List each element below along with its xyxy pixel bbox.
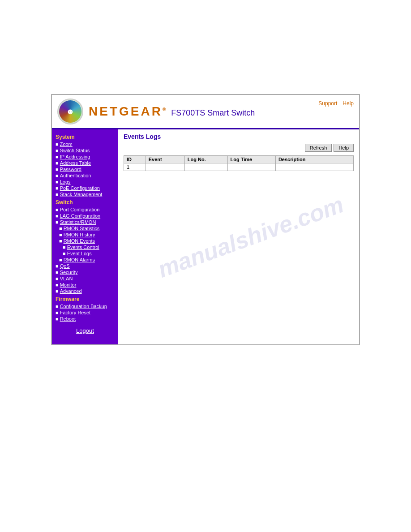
sidebar-item-reboot[interactable]: ■ Reboot xyxy=(52,316,118,322)
sidebar-item-zoom[interactable]: ■ Zoom xyxy=(52,141,118,147)
watermark: manualshive.com xyxy=(154,191,347,283)
sidebar-link-logs[interactable]: Logs xyxy=(60,179,71,184)
bullet-events-control: ■ xyxy=(63,245,66,250)
netgear-brand: NETGEAR® xyxy=(89,104,167,119)
help-link[interactable]: Help xyxy=(342,100,354,107)
sidebar-item-events-control[interactable]: ■ Events Control xyxy=(52,244,118,250)
sidebar-link-port-config[interactable]: Port Configuration xyxy=(60,207,100,212)
logo-figure: ☻ xyxy=(66,107,75,116)
bullet-reboot: ■ xyxy=(56,316,59,322)
cell-event xyxy=(146,163,184,171)
sidebar-item-password[interactable]: ■ Password xyxy=(52,166,118,172)
bullet-port-config: ■ xyxy=(56,207,59,212)
sidebar-item-rmon-events[interactable]: ■ RMON Events xyxy=(52,238,118,244)
bullet-event-logs: ■ xyxy=(63,251,66,256)
bullet-logs: ■ xyxy=(56,179,59,184)
sidebar-item-vlan[interactable]: ■ VLAN xyxy=(52,275,118,282)
sidebar-item-switch-status[interactable]: ■ Switch Status xyxy=(52,147,118,154)
logo: ☻ xyxy=(57,99,83,124)
col-log-time: Log Time xyxy=(227,156,275,163)
sidebar-link-password[interactable]: Password xyxy=(60,167,81,172)
header-left: ☻ NETGEAR® FS700TS Smart Switch xyxy=(57,99,255,124)
support-link[interactable]: Support xyxy=(318,100,337,107)
sidebar: System ■ Zoom ■ Switch Status ■ IP Addre… xyxy=(52,129,118,344)
sidebar-item-rmon-stats[interactable]: ■ RMON Statistics xyxy=(52,225,118,232)
bullet-rmon-history: ■ xyxy=(59,232,62,237)
help-button[interactable]: Help xyxy=(334,144,354,152)
sidebar-link-reboot[interactable]: Reboot xyxy=(60,316,76,322)
system-section-title: System xyxy=(52,132,118,141)
sidebar-item-monitor[interactable]: ■ Monitor xyxy=(52,282,118,288)
sidebar-link-zoom[interactable]: Zoom xyxy=(60,142,73,147)
col-event: Event xyxy=(146,156,184,163)
sidebar-item-rmon-alarms[interactable]: ■ RMON Alarms xyxy=(52,257,118,263)
sidebar-link-monitor[interactable]: Monitor xyxy=(60,282,77,287)
bullet-rmon-alarms: ■ xyxy=(59,257,62,262)
sidebar-item-authentication[interactable]: ■ Authentication xyxy=(52,172,118,179)
firmware-section-title: Firmware xyxy=(52,294,118,303)
sidebar-link-rmon-history[interactable]: RMON History xyxy=(64,232,95,237)
sidebar-item-stack-mgmt[interactable]: ■ Stack Management xyxy=(52,191,118,197)
bullet-ip-addressing: ■ xyxy=(56,154,59,159)
sidebar-item-factory-reset[interactable]: ■ Factory Reset xyxy=(52,309,118,316)
main-content: manualshive.com Events Logs Refresh Help… xyxy=(118,129,359,344)
sidebar-item-poe-config[interactable]: ■ PoE Configuration xyxy=(52,185,118,191)
sidebar-link-qos[interactable]: QoS xyxy=(60,263,70,269)
cell-id: 1 xyxy=(124,163,146,171)
sidebar-link-event-logs[interactable]: Event Logs xyxy=(67,251,92,256)
sidebar-link-authentication[interactable]: Authentication xyxy=(60,173,91,178)
bullet-factory-reset: ■ xyxy=(56,310,59,315)
bullet-config-backup: ■ xyxy=(56,304,59,309)
sidebar-link-factory-reset[interactable]: Factory Reset xyxy=(60,310,90,315)
cell-description xyxy=(275,163,353,171)
bullet-address-table: ■ xyxy=(56,160,59,166)
sidebar-item-security[interactable]: ■ Security xyxy=(52,269,118,275)
sidebar-item-logs[interactable]: ■ Logs xyxy=(52,179,118,185)
sidebar-link-security[interactable]: Security xyxy=(60,270,78,275)
sidebar-link-rmon-events[interactable]: RMON Events xyxy=(64,238,95,244)
sidebar-item-rmon-history[interactable]: ■ RMON History xyxy=(52,232,118,238)
sidebar-link-advanced[interactable]: Advanced xyxy=(60,288,82,294)
sidebar-item-port-config[interactable]: ■ Port Configuration xyxy=(52,206,118,213)
header-links: Support Help xyxy=(318,99,354,107)
events-table: ID Event Log No. Log Time Description 1 xyxy=(124,155,354,171)
logout-link[interactable]: Logout xyxy=(52,324,118,338)
col-log-no: Log No. xyxy=(184,156,227,163)
header: ☻ NETGEAR® FS700TS Smart Switch Support … xyxy=(52,95,359,129)
sidebar-link-address-table[interactable]: Address Table xyxy=(60,160,91,166)
sidebar-link-stack-mgmt[interactable]: Stack Management xyxy=(60,192,103,197)
sidebar-item-stats-rmon[interactable]: ■ Statistics/RMON xyxy=(52,219,118,225)
sidebar-link-vlan[interactable]: VLAN xyxy=(60,276,73,281)
sidebar-link-switch-status[interactable]: Switch Status xyxy=(60,148,90,153)
sidebar-link-config-backup[interactable]: Configuration Backup xyxy=(60,304,107,309)
sidebar-link-rmon-stats[interactable]: RMON Statistics xyxy=(64,226,100,231)
sidebar-item-address-table[interactable]: ■ Address Table xyxy=(52,160,118,166)
bullet-advanced: ■ xyxy=(56,288,59,294)
bullet-authentication: ■ xyxy=(56,173,59,178)
sidebar-link-rmon-alarms[interactable]: RMON Alarms xyxy=(64,257,95,262)
sidebar-link-lag-config[interactable]: LAG Configuration xyxy=(60,213,101,219)
body-layout: System ■ Zoom ■ Switch Status ■ IP Addre… xyxy=(52,129,359,344)
sidebar-link-events-control[interactable]: Events Control xyxy=(67,245,99,250)
bullet-lag-config: ■ xyxy=(56,213,59,219)
sidebar-link-ip-addressing[interactable]: IP Addressing xyxy=(60,154,90,159)
sidebar-item-config-backup[interactable]: ■ Configuration Backup xyxy=(52,303,118,309)
product-title: FS700TS Smart Switch xyxy=(171,108,255,118)
cell-log-no xyxy=(184,163,227,171)
col-id: ID xyxy=(124,156,146,163)
refresh-button[interactable]: Refresh xyxy=(305,144,332,152)
sidebar-item-event-logs[interactable]: ■ Event Logs xyxy=(52,250,118,257)
bullet-stack-mgmt: ■ xyxy=(56,192,59,197)
bullet-monitor: ■ xyxy=(56,282,59,287)
sidebar-link-poe-config[interactable]: PoE Configuration xyxy=(60,185,100,191)
sidebar-item-lag-config[interactable]: ■ LAG Configuration xyxy=(52,213,118,219)
sidebar-item-ip-addressing[interactable]: ■ IP Addressing xyxy=(52,154,118,160)
table-row: 1 xyxy=(124,163,354,171)
sidebar-link-stats-rmon[interactable]: Statistics/RMON xyxy=(60,219,96,225)
sidebar-item-qos[interactable]: ■ QoS xyxy=(52,263,118,269)
switch-section-title: Switch xyxy=(52,197,118,206)
page-title: Events Logs xyxy=(124,133,354,140)
sidebar-item-advanced[interactable]: ■ Advanced xyxy=(52,288,118,294)
brand-title: NETGEAR® FS700TS Smart Switch xyxy=(89,104,255,119)
bullet-rmon-stats: ■ xyxy=(59,226,62,231)
